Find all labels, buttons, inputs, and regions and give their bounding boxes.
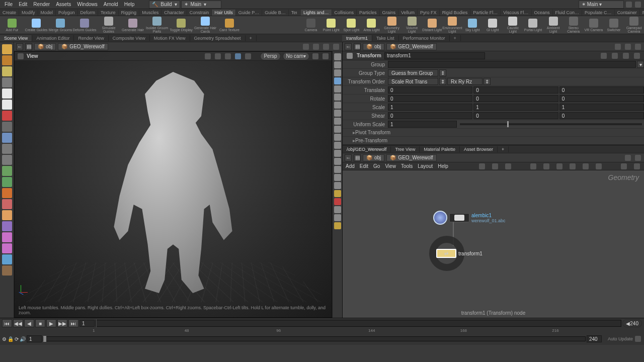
shelf-tab-constrain[interactable]: Constrain — [187, 10, 212, 16]
nav-fwd-icon[interactable]: ▤ — [25, 43, 32, 50]
menu-help[interactable]: Help — [122, 1, 137, 8]
pane-tab-performancemonitor[interactable]: Performance Monitor — [399, 35, 450, 41]
shelf-tab-collisions[interactable]: Collisions — [332, 10, 357, 16]
net-crumb-geo[interactable]: 📦 GEO_Werewolf — [386, 154, 436, 161]
parm-tx[interactable] — [388, 86, 472, 94]
right-tool-0[interactable] — [334, 53, 341, 60]
left-tool-19[interactable] — [2, 254, 12, 264]
net-view[interactable]: View — [385, 163, 396, 169]
shelf-generate-hair[interactable]: Generate Hair — [121, 16, 145, 34]
parm-back-icon[interactable]: ← — [345, 43, 352, 50]
parm-xord-menu[interactable]: Scale Rot Trans — [388, 78, 438, 85]
menu-arnold[interactable]: Arnold — [101, 1, 121, 8]
grouptype-chevron-icon[interactable]: ⇕ — [439, 69, 446, 76]
left-tool-2[interactable] — [2, 66, 12, 76]
net-layout[interactable]: Layout — [418, 163, 433, 169]
parm-rord-menu[interactable]: Rx Ry Rz — [447, 78, 482, 85]
parm-shz[interactable] — [559, 112, 644, 119]
next-frame-button[interactable]: ▶▶ — [57, 319, 67, 327]
net-tool4-icon[interactable] — [530, 163, 536, 169]
shelf-ambient-light[interactable]: Ambient Light — [543, 16, 564, 34]
scope-icon[interactable] — [623, 53, 629, 59]
net-tab-1[interactable]: Tree View — [391, 146, 420, 152]
net-help[interactable]: Help — [438, 163, 448, 169]
shelf-camera[interactable]: Camera — [301, 16, 321, 34]
shelf-point-light[interactable]: Point Light — [321, 16, 341, 34]
left-tool-13[interactable] — [2, 188, 12, 198]
shelf-tab-model[interactable]: Model — [38, 10, 56, 16]
net-tab-3[interactable]: Asset Browser — [460, 146, 498, 152]
nav-back-icon[interactable]: ← — [16, 43, 23, 50]
shelf-merge-grooms[interactable]: Merge Grooms — [48, 16, 72, 34]
group-menu-icon[interactable]: ▾ — [637, 61, 644, 68]
right-tool-14[interactable] — [334, 166, 341, 173]
shelf-spot-light[interactable]: Spot Light — [341, 16, 361, 34]
play-button[interactable]: ▶ — [46, 319, 56, 327]
right-tool-8[interactable] — [334, 118, 341, 125]
pane-tab-transform1[interactable]: transform1 — [342, 35, 372, 41]
cloud-icon[interactable] — [626, 2, 632, 8]
last-frame-button[interactable]: ⏭ — [68, 319, 78, 327]
breadcrumb-obj[interactable]: 📦 obj — [34, 43, 56, 50]
parm-crumb-obj[interactable]: 📦 obj — [363, 43, 384, 50]
pane-tab-geometryspreadsheet[interactable]: Geometry Spreadsheet — [190, 35, 246, 41]
help-icon[interactable] — [635, 2, 641, 8]
cam-dropdown[interactable]: No cam▾ — [283, 52, 309, 60]
shelf-tab-deform[interactable]: Deform — [78, 10, 99, 16]
parm-home-icon[interactable]: ▤ — [354, 43, 361, 50]
left-tool-16[interactable] — [2, 221, 12, 231]
timeline-end-badge[interactable]: ◀ 240 — [622, 319, 642, 327]
menu-windows[interactable]: Windows — [74, 1, 100, 8]
right-tool-4[interactable] — [334, 85, 341, 93]
net-max-icon[interactable] — [635, 155, 641, 161]
breadcrumb-geo[interactable]: 📦 GEO_Werewolf — [58, 43, 108, 50]
shelf-tab-fluidcon[interactable]: Fluid Con… — [553, 10, 583, 16]
parm-shx[interactable] — [388, 112, 472, 119]
desktop-build-button[interactable]: 🔨 Build ▾ — [149, 1, 180, 9]
shelf-tab-populatec[interactable]: Populate C… — [582, 10, 615, 16]
right-tool-10[interactable] — [334, 134, 341, 141]
menu-edit[interactable]: Edit — [16, 1, 30, 8]
left-tool-18[interactable] — [2, 243, 12, 253]
range-slider[interactable] — [43, 336, 586, 341]
net-tool6-icon[interactable] — [556, 163, 562, 169]
prexform-section[interactable]: Pre-Transform — [343, 137, 644, 145]
shelf-tab-create[interactable]: Create — [0, 10, 19, 16]
parm-sy[interactable] — [473, 104, 558, 111]
parm-ry[interactable] — [473, 95, 558, 102]
parm-shy[interactable] — [473, 112, 558, 119]
left-tool-1[interactable] — [2, 55, 12, 65]
expand-icon[interactable] — [323, 44, 329, 50]
right-tool-7[interactable] — [334, 110, 341, 117]
right-tool-20[interactable] — [334, 214, 341, 221]
net-tools[interactable]: Tools — [401, 163, 413, 169]
auto-update-label[interactable]: Auto Update — [603, 336, 633, 341]
shelf-area-light[interactable]: Area Light — [361, 16, 381, 34]
pane-tab-motionfxview[interactable]: Motion FX View — [150, 35, 190, 41]
prev-frame-button[interactable]: ◀◀ — [13, 319, 23, 327]
shelf-tab-pyrofx[interactable]: Pyro FX — [640, 10, 644, 16]
right-tool-17[interactable] — [334, 190, 341, 197]
view-menu-icon[interactable] — [18, 53, 24, 59]
shelf-tab-terrain[interactable]: Terrain — [289, 10, 297, 16]
pane-tab-sceneview[interactable]: Scene View — [0, 35, 32, 41]
help2-icon[interactable] — [634, 53, 640, 59]
current-frame-field[interactable] — [79, 320, 95, 327]
first-frame-button[interactable]: ⏮ — [2, 319, 12, 327]
node-name-field[interactable]: transform1 — [384, 52, 485, 59]
net-back-icon[interactable]: ← — [345, 154, 352, 161]
pane-tab-compositeview[interactable]: Composite View — [109, 35, 150, 41]
shelf-gamepad-camera[interactable]: Gamepad Camera — [624, 16, 644, 34]
net-tool5-icon[interactable] — [543, 163, 549, 169]
net-pin-icon[interactable] — [625, 155, 631, 161]
shelf-tab-polygon[interactable]: Polygon — [56, 10, 78, 16]
net-tab-4[interactable]: + — [498, 146, 509, 152]
parm-link-icon[interactable] — [625, 44, 631, 50]
net-tool3-icon[interactable] — [505, 163, 511, 169]
parm-crumb-geo[interactable]: 📦 GEO_Werewolf — [386, 43, 436, 50]
shelf-simulate-guides[interactable]: Simulate Guides — [97, 16, 121, 34]
rord-chevron-icon[interactable]: ⇕ — [484, 78, 491, 85]
xord-chevron-icon[interactable]: ⇕ — [439, 78, 446, 85]
right-tool-6[interactable] — [334, 102, 341, 109]
shelf-tab-viscousfl[interactable]: Viscous Fl… — [501, 10, 531, 16]
